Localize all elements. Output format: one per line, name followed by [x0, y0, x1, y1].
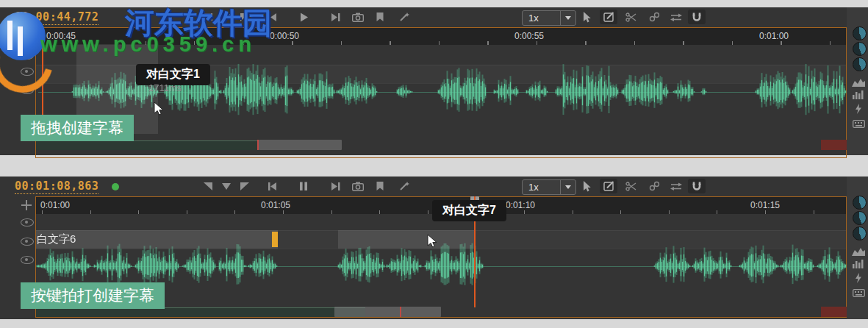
spectrum-view-button[interactable]: [852, 257, 865, 269]
add-track-icon[interactable]: [21, 200, 32, 210]
eye-visibility-icon[interactable]: [21, 86, 34, 94]
playback-speed-select[interactable]: 1x: [522, 10, 576, 26]
edit-tool-button[interactable]: [600, 179, 617, 193]
magic-tool-button[interactable]: [395, 179, 413, 193]
volume-knob[interactable]: [853, 42, 867, 56]
swap-arrows-icon: [670, 13, 682, 22]
cut-tool-button[interactable]: [622, 179, 639, 193]
wand-icon: [399, 12, 410, 22]
ruler-label: 0:01:05: [261, 200, 290, 210]
scissors-icon: [625, 182, 636, 191]
chevron-down-icon: [561, 185, 575, 189]
select-tool-button[interactable]: [578, 10, 595, 24]
swap-arrows-icon: [670, 182, 682, 191]
timeline-panel-bottom: 00:01:08,863 1x 0:01:00 0:01:05 0:01:10 …: [0, 177, 868, 319]
link-tool-button[interactable]: [645, 10, 663, 24]
volume-knob[interactable]: [853, 211, 867, 225]
out-point-icon[interactable]: [236, 179, 254, 193]
edit-tool-button[interactable]: [600, 10, 617, 24]
scrollbar-loaded-zone[interactable]: [36, 140, 257, 150]
right-sidebar-top: [847, 7, 868, 155]
magic-tool-button[interactable]: [395, 10, 413, 24]
camera-icon: [352, 182, 364, 191]
scrollbar-marker: [400, 307, 401, 317]
edit-pencil-icon: [603, 181, 614, 191]
pause-button[interactable]: [295, 179, 312, 193]
link-icon: [649, 12, 660, 22]
keyboard-icon: [853, 289, 865, 297]
volume-knob[interactable]: [853, 196, 867, 210]
triangle-down-icon: [221, 12, 232, 22]
quick-action-button[interactable]: [852, 103, 865, 115]
play-button[interactable]: [295, 10, 312, 24]
subtitle-block-resize-handle[interactable]: [272, 232, 278, 247]
cursor-arrow-icon: [582, 180, 592, 192]
wand-icon: [399, 181, 410, 191]
add-track-icon[interactable]: [21, 31, 32, 41]
magnet-snap-button[interactable]: [688, 10, 706, 24]
triangle-downright-icon: [240, 181, 250, 191]
skip-start-glyph: [267, 12, 277, 22]
area-chart-icon: [852, 77, 865, 87]
magnet-snap-button[interactable]: [688, 179, 706, 193]
in-point-icon[interactable]: [199, 10, 217, 24]
ruler-top[interactable]: 0:00:45 0:00:50 0:00:55 0:01:00: [36, 28, 846, 45]
bookmark-icon: [376, 12, 384, 22]
bookmark-button[interactable]: [371, 179, 389, 193]
drop-subtitle-icon[interactable]: [218, 10, 235, 24]
skip-end-icon[interactable]: [327, 10, 345, 24]
skip-start-icon[interactable]: [263, 179, 281, 193]
scrollbar-thumb[interactable]: [334, 307, 441, 317]
volume-knob[interactable]: [853, 227, 867, 240]
eye-visibility-icon[interactable]: [21, 218, 34, 227]
magnet-icon: [692, 181, 702, 191]
swap-tool-button[interactable]: [667, 10, 685, 24]
eye-visibility-icon[interactable]: [21, 256, 34, 264]
volume-knob[interactable]: [853, 57, 867, 71]
speed-value: 1x: [523, 13, 560, 24]
in-point-icon[interactable]: [199, 179, 217, 193]
eye-visibility-icon[interactable]: [21, 238, 34, 246]
link-icon: [649, 181, 660, 191]
snapshot-button[interactable]: [349, 179, 367, 193]
scrollbar-end-marker: [821, 307, 847, 317]
drop-subtitle-icon[interactable]: [218, 179, 235, 193]
volume-knob[interactable]: [853, 26, 867, 40]
ruler-label: 0:00:55: [514, 31, 544, 41]
snapshot-button[interactable]: [349, 10, 367, 24]
bookmark-icon: [376, 181, 384, 191]
quick-action-button[interactable]: [852, 272, 865, 284]
ruler-label: 0:01:15: [750, 200, 780, 210]
drag-duration-text: 1711ms: [148, 82, 182, 93]
timecode-value: 00:01:08,863: [15, 179, 98, 193]
eye-visibility-icon[interactable]: [21, 68, 34, 76]
swap-tool-button[interactable]: [667, 179, 685, 193]
timecode-display-bottom[interactable]: 00:01:08,863: [15, 179, 98, 194]
ruler-label: 0:00:45: [46, 31, 76, 41]
subtitle-block[interactable]: 白文字6: [36, 230, 278, 249]
ruler-label: 0:01:10: [506, 200, 535, 210]
lightning-icon: [855, 104, 862, 114]
timeline-panel-top: 00:00:44,772 1x 0:00:45 0:00:50 0:00:55 …: [0, 7, 868, 155]
eye-visibility-icon[interactable]: [21, 51, 34, 60]
keyboard-shortcuts-button[interactable]: [852, 118, 865, 129]
bar-chart-icon: [853, 90, 864, 99]
waveform-view-button[interactable]: [852, 245, 865, 257]
out-point-icon[interactable]: [236, 10, 254, 24]
triangle-down-icon: [221, 181, 232, 191]
spectrum-view-button[interactable]: [852, 88, 865, 100]
subtitle-tooltip: 对白文字7: [432, 200, 506, 221]
caption-label-drag: 拖拽创建字幕: [21, 115, 134, 141]
skip-end-icon[interactable]: [327, 179, 345, 193]
bookmark-button[interactable]: [371, 10, 389, 24]
keyboard-shortcuts-button[interactable]: [852, 287, 865, 299]
scrollbar-thumb[interactable]: [259, 140, 342, 150]
skip-start-icon[interactable]: [263, 10, 281, 24]
link-tool-button[interactable]: [645, 179, 663, 193]
waveform-view-button[interactable]: [852, 76, 865, 88]
timecode-display-top[interactable]: 00:00:44,772: [15, 10, 98, 25]
select-tool-button[interactable]: [578, 179, 595, 193]
subtitle-block-in-progress[interactable]: [338, 230, 475, 249]
cut-tool-button[interactable]: [622, 10, 639, 24]
playback-speed-select[interactable]: 1x: [522, 179, 576, 195]
